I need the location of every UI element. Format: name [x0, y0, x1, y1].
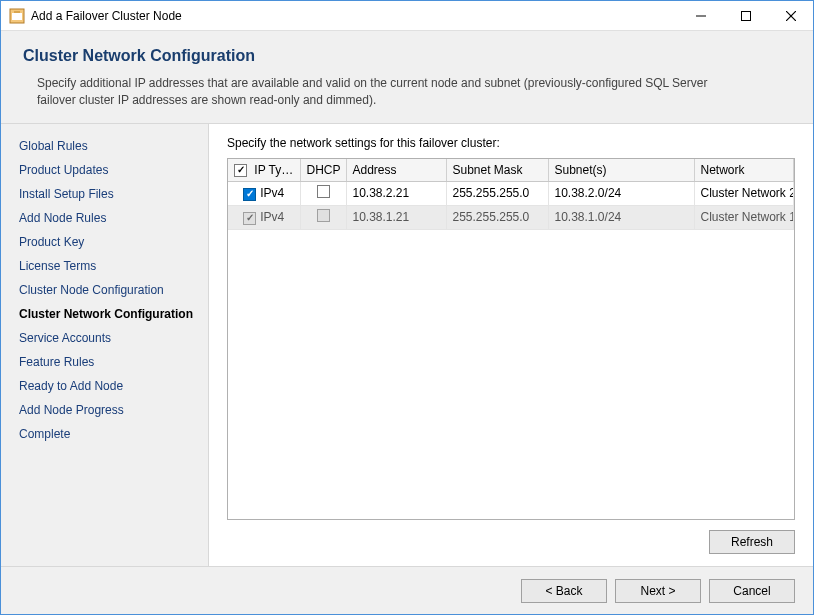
svg-rect-1: [12, 13, 22, 20]
cell-address: 10.38.1.21: [346, 205, 446, 229]
cell-iptype: IPv4: [260, 186, 284, 200]
wizard-footer: < Back Next > Cancel: [1, 566, 813, 614]
instruction-text: Specify the network settings for this fa…: [227, 136, 795, 150]
minimize-button[interactable]: [678, 1, 723, 30]
cell-iptype: IPv4: [260, 210, 284, 224]
sidebar-step[interactable]: Feature Rules: [15, 350, 208, 374]
row-select-checkbox[interactable]: [243, 188, 256, 201]
close-button[interactable]: [768, 1, 813, 30]
table-header-row: IP Ty… DHCP Address Subnet Mask Subnet(s…: [228, 159, 794, 182]
cell-mask: 255.255.255.0: [446, 205, 548, 229]
column-header-dhcp[interactable]: DHCP: [300, 159, 346, 182]
sidebar-step[interactable]: Cluster Network Configuration: [15, 302, 208, 326]
dhcp-checkbox[interactable]: [317, 185, 330, 198]
titlebar: Add a Failover Cluster Node: [1, 1, 813, 31]
page-description: Specify additional IP addresses that are…: [23, 75, 743, 109]
column-header-mask[interactable]: Subnet Mask: [446, 159, 548, 182]
row-select-cell: IPv4: [228, 205, 300, 229]
window-title: Add a Failover Cluster Node: [31, 9, 678, 23]
sidebar-step[interactable]: Ready to Add Node: [15, 374, 208, 398]
cell-dhcp: [300, 205, 346, 229]
cancel-button[interactable]: Cancel: [709, 579, 795, 603]
next-button[interactable]: Next >: [615, 579, 701, 603]
page-header: Cluster Network Configuration Specify ad…: [1, 31, 813, 124]
refresh-row: Refresh: [227, 520, 795, 554]
network-table: IP Ty… DHCP Address Subnet Mask Subnet(s…: [228, 159, 794, 230]
sidebar-step[interactable]: License Terms: [15, 254, 208, 278]
wizard-window: Add a Failover Cluster Node Cluster Netw…: [0, 0, 814, 615]
sidebar-step[interactable]: Add Node Rules: [15, 206, 208, 230]
grid-empty-area: [228, 230, 794, 519]
sidebar-step[interactable]: Service Accounts: [15, 326, 208, 350]
svg-rect-3: [741, 11, 750, 20]
page-title: Cluster Network Configuration: [23, 47, 791, 65]
sidebar-step[interactable]: Cluster Node Configuration: [15, 278, 208, 302]
body: Global RulesProduct UpdatesInstall Setup…: [1, 124, 813, 566]
column-label-iptype: IP Ty…: [254, 163, 293, 177]
table-row: IPv410.38.1.21255.255.255.010.38.1.0/24C…: [228, 205, 794, 229]
column-header-address[interactable]: Address: [346, 159, 446, 182]
cell-network: Cluster Network 1: [694, 205, 794, 229]
cell-network: Cluster Network 2: [694, 181, 794, 205]
main-panel: Specify the network settings for this fa…: [209, 124, 813, 566]
back-button[interactable]: < Back: [521, 579, 607, 603]
sidebar-step[interactable]: Install Setup Files: [15, 182, 208, 206]
table-row[interactable]: IPv410.38.2.21255.255.255.010.38.2.0/24C…: [228, 181, 794, 205]
app-icon: [9, 8, 25, 24]
column-header-iptype[interactable]: IP Ty…: [228, 159, 300, 182]
wizard-steps-sidebar: Global RulesProduct UpdatesInstall Setup…: [1, 124, 209, 566]
cell-dhcp[interactable]: [300, 181, 346, 205]
cell-mask: 255.255.255.0: [446, 181, 548, 205]
row-select-cell[interactable]: IPv4: [228, 181, 300, 205]
refresh-button[interactable]: Refresh: [709, 530, 795, 554]
sidebar-step[interactable]: Product Updates: [15, 158, 208, 182]
sidebar-step[interactable]: Complete: [15, 422, 208, 446]
select-all-checkbox[interactable]: [234, 164, 247, 177]
network-grid: IP Ty… DHCP Address Subnet Mask Subnet(s…: [227, 158, 795, 520]
cell-address: 10.38.2.21: [346, 181, 446, 205]
sidebar-step[interactable]: Global Rules: [15, 134, 208, 158]
window-controls: [678, 1, 813, 30]
row-select-checkbox: [243, 212, 256, 225]
sidebar-step[interactable]: Add Node Progress: [15, 398, 208, 422]
maximize-button[interactable]: [723, 1, 768, 30]
cell-subnets: 10.38.1.0/24: [548, 205, 694, 229]
cell-subnets: 10.38.2.0/24: [548, 181, 694, 205]
sidebar-step[interactable]: Product Key: [15, 230, 208, 254]
dhcp-checkbox: [317, 209, 330, 222]
column-header-subnets[interactable]: Subnet(s): [548, 159, 694, 182]
column-header-network[interactable]: Network: [694, 159, 794, 182]
